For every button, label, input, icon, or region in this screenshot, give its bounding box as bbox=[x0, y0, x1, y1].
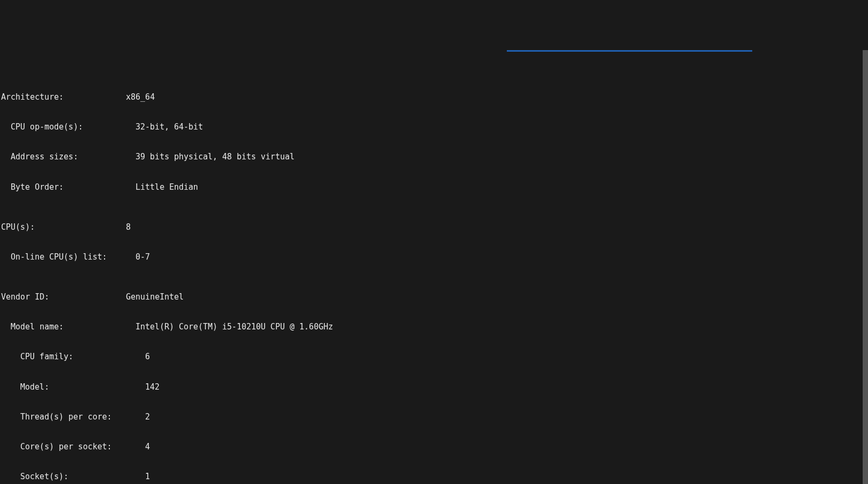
threads-per-core-value: 2 bbox=[145, 412, 867, 422]
vendor-value: GenuineIntel bbox=[126, 292, 867, 302]
address-sizes-row: Address sizes: 39 bits physical, 48 bits… bbox=[1, 152, 867, 162]
vendor-row: Vendor ID: GenuineIntel bbox=[1, 292, 867, 302]
sockets-label: Socket(s): bbox=[1, 472, 145, 482]
arch-value: x86_64 bbox=[126, 92, 867, 102]
sockets-row: Socket(s): 1 bbox=[1, 472, 867, 482]
online-list-value: 0-7 bbox=[136, 252, 867, 262]
threads-per-core-row: Thread(s) per core: 2 bbox=[1, 412, 867, 422]
threads-per-core-label: Thread(s) per core: bbox=[1, 412, 145, 422]
cpus-value: 8 bbox=[126, 222, 867, 232]
cpu-family-value: 6 bbox=[145, 352, 867, 362]
sockets-value: 1 bbox=[145, 472, 867, 482]
byte-order-label: Byte Order: bbox=[1, 182, 136, 192]
model-name-value: Intel(R) Core(TM) i5-10210U CPU @ 1.60GH… bbox=[136, 322, 867, 332]
arch-label: Architecture: bbox=[1, 92, 126, 102]
window-title-bar-accent bbox=[507, 50, 752, 52]
address-sizes-value: 39 bits physical, 48 bits virtual bbox=[136, 152, 867, 162]
scrollbar-track[interactable] bbox=[863, 50, 868, 484]
vendor-label: Vendor ID: bbox=[1, 292, 126, 302]
cpus-row: CPU(s): 8 bbox=[1, 222, 867, 232]
op-modes-value: 32-bit, 64-bit bbox=[136, 122, 867, 132]
op-modes-row: CPU op-mode(s): 32-bit, 64-bit bbox=[1, 122, 867, 132]
byte-order-value: Little Endian bbox=[136, 182, 867, 192]
address-sizes-label: Address sizes: bbox=[1, 152, 136, 162]
cores-per-socket-value: 4 bbox=[145, 442, 867, 452]
byte-order-row: Byte Order: Little Endian bbox=[1, 182, 867, 192]
model-label: Model: bbox=[1, 382, 145, 392]
terminal-output[interactable]: Architecture: x86_64 CPU op-mode(s): 32-… bbox=[0, 50, 868, 484]
cores-per-socket-label: Core(s) per socket: bbox=[1, 442, 145, 452]
arch-row: Architecture: x86_64 bbox=[1, 92, 867, 102]
cpu-family-label: CPU family: bbox=[1, 352, 145, 362]
model-row: Model: 142 bbox=[1, 382, 867, 392]
cpu-family-row: CPU family: 6 bbox=[1, 352, 867, 362]
online-list-label: On-line CPU(s) list: bbox=[1, 252, 136, 262]
op-modes-label: CPU op-mode(s): bbox=[1, 122, 136, 132]
scrollbar-thumb[interactable] bbox=[863, 50, 868, 484]
model-name-label: Model name: bbox=[1, 322, 136, 332]
model-name-row: Model name: Intel(R) Core(TM) i5-10210U … bbox=[1, 322, 867, 332]
cpus-label: CPU(s): bbox=[1, 222, 126, 232]
cores-per-socket-row: Core(s) per socket: 4 bbox=[1, 442, 867, 452]
online-list-row: On-line CPU(s) list: 0-7 bbox=[1, 252, 867, 262]
model-value: 142 bbox=[145, 382, 867, 392]
